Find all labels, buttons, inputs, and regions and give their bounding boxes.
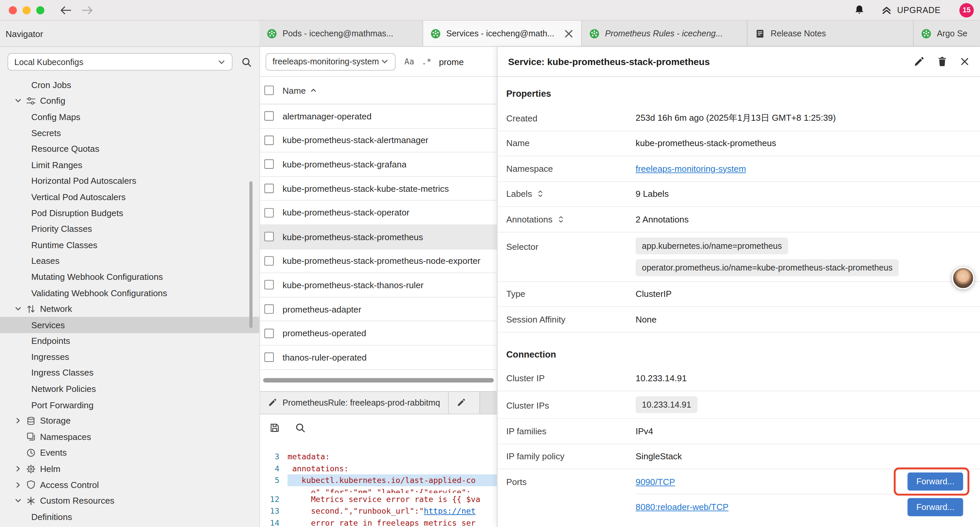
tab-services-icecheng-math[interactable]: Services - icecheng@math... [423, 21, 582, 46]
table-row-prometheus-adapter[interactable]: prometheus-adapter [260, 297, 497, 321]
port-forward-button[interactable]: Forward... [908, 498, 963, 516]
row-checkbox[interactable] [264, 256, 274, 266]
sidebar-item-network-policies[interactable]: Network Policies [0, 381, 259, 397]
sidebar-item-vertical-pod-autoscalers[interactable]: Vertical Pod Autoscalers [0, 189, 259, 205]
row-checkbox[interactable] [264, 208, 274, 217]
table-row-kube-prometheus-stack-alertmanager[interactable]: kube-prometheus-stack-alertmanager [260, 128, 497, 153]
details-label-text: IP family policy [506, 451, 565, 461]
table-row-kube-prometheus-stack-grafana[interactable]: kube-prometheus-stack-grafana [260, 153, 497, 177]
line-number: 12 [260, 493, 287, 505]
minimize-window-button[interactable] [22, 6, 30, 14]
notification-badge[interactable]: 15 [959, 3, 974, 17]
row-checkbox[interactable] [264, 353, 274, 362]
sidebar-item-cron-jobs[interactable]: Cron Jobs [0, 77, 259, 93]
sidebar-item-config-maps[interactable]: Config Maps [0, 109, 259, 125]
editor-search-icon[interactable] [295, 423, 305, 433]
sidebar-item-priority-classes[interactable]: Priority Classes [0, 221, 259, 237]
regex-toggle[interactable]: .* [422, 57, 431, 66]
horizontal-scrollbar[interactable] [260, 369, 497, 391]
select-all-checkbox[interactable] [264, 86, 274, 95]
port-link[interactable]: 9090/TCP [636, 477, 675, 487]
details-row-created: Created253d 16h 6m ago (2025年1月13日 GMT+8… [497, 106, 980, 131]
save-icon[interactable] [269, 423, 280, 433]
table-row-kube-prometheus-stack-kube-state-metrics[interactable]: kube-prometheus-stack-kube-state-metrics [260, 177, 497, 201]
row-checkbox[interactable] [264, 160, 274, 169]
back-icon[interactable] [59, 5, 72, 15]
dock-tab-prometheusrule-freeleaps-prod-rabbitmq[interactable]: PrometheusRule: freeleaps-prod-rabbitmq [260, 392, 449, 414]
details-label: Selector [506, 237, 636, 252]
sidebar-item-leases[interactable]: Leases [0, 253, 259, 269]
row-checkbox[interactable] [264, 232, 274, 242]
row-checkbox[interactable] [264, 328, 274, 338]
table-row-prometheus-operated[interactable]: prometheus-operated [260, 322, 497, 345]
sidebar-item-custom-resources[interactable]: Custom Resources [0, 493, 259, 509]
sidebar-item-port-forwarding[interactable]: Port Forwarding [0, 397, 259, 413]
sidebar-item-definitions[interactable]: Definitions [0, 509, 259, 525]
user-avatar[interactable] [952, 267, 974, 289]
scrollbar-thumb[interactable] [263, 378, 494, 382]
sidebar-item-events[interactable]: Events [0, 444, 259, 461]
edit-icon[interactable] [914, 56, 924, 67]
dock-tab-partial-1[interactable] [449, 392, 480, 414]
table-row-kube-prometheus-stack-operator[interactable]: kube-prometheus-stack-operator [260, 201, 497, 225]
expander-icon[interactable] [557, 215, 565, 223]
namespace-selector[interactable]: freeleaps-monitoring-system [266, 53, 396, 70]
tab-pods-icecheng-mathmas[interactable]: Pods - icecheng@mathmas... [259, 21, 423, 46]
tab-release-notes[interactable]: Release Notes [748, 21, 914, 46]
row-checkbox[interactable] [264, 184, 274, 193]
sidebar-item-namespaces[interactable]: Namespaces [0, 428, 259, 444]
kubeconfig-selector[interactable]: Local Kubeconfigs [7, 53, 232, 70]
match-case-toggle[interactable]: Aa [404, 57, 414, 66]
section-heading-connection: Connection [497, 332, 980, 366]
table-row-alertmanager-operated[interactable]: alertmanager-operated [260, 104, 497, 128]
close-tab-icon[interactable] [564, 29, 574, 38]
delete-icon[interactable] [937, 56, 948, 67]
sidebar-item-validating-webhook-configurations[interactable]: Validating Webhook Configurations [0, 285, 259, 301]
close-icon[interactable] [960, 57, 969, 66]
notifications-bell-icon[interactable] [854, 4, 865, 16]
sidebar-item-runtime-classes[interactable]: Runtime Classes [0, 237, 259, 253]
zoom-window-button[interactable] [37, 6, 45, 14]
sidebar-item-mutating-webhook-configurations[interactable]: Mutating Webhook Configurations [0, 269, 259, 285]
forward-icon[interactable] [81, 5, 94, 15]
row-checkbox[interactable] [264, 304, 274, 314]
sidebar-item-horizontal-pod-autoscalers[interactable]: Horizontal Pod Autoscalers [0, 173, 259, 189]
expander-icon[interactable] [537, 189, 544, 198]
upgrade-button[interactable]: UPGRADE [881, 5, 941, 15]
details-row-labels: Labels9 Labels [497, 182, 980, 207]
sidebar-item-access-control[interactable]: Access Control [0, 477, 259, 493]
row-checkbox[interactable] [264, 111, 274, 121]
details-value: 9 Labels [636, 189, 971, 199]
table-row-thanos-ruler-operated[interactable]: thanos-ruler-operated [260, 345, 497, 369]
sidebar-item-resource-quotas[interactable]: Resource Quotas [0, 141, 259, 157]
row-checkbox[interactable] [264, 280, 274, 290]
sidebar-scrollbar[interactable] [250, 181, 253, 328]
row-checkbox[interactable] [264, 135, 274, 145]
details-row-ip-family-policy: IP family policySingleStack [497, 444, 980, 469]
port-link[interactable]: 8080:reloader-web/TCP [636, 502, 729, 512]
namespace-link[interactable]: freeleaps-monitoring-system [636, 164, 746, 174]
tab-prometheus-rules-icecheng[interactable]: Prometheus Rules - icecheng... [582, 21, 748, 46]
sidebar-item-secrets[interactable]: Secrets [0, 125, 259, 141]
sidebar-item-ingress-classes[interactable]: Ingress Classes [0, 365, 259, 381]
sidebar-item-helm[interactable]: Helm [0, 461, 259, 477]
sidebar-item-pod-disruption-budgets[interactable]: Pod Disruption Budgets [0, 205, 259, 221]
sidebar-item-config[interactable]: Config [0, 93, 259, 109]
table-row-kube-prometheus-stack-prometheus[interactable]: kube-prometheus-stack-prometheus [260, 225, 497, 249]
table-row-kube-prometheus-stack-thanos-ruler[interactable]: kube-prometheus-stack-thanos-ruler [260, 273, 497, 297]
port-forward-button[interactable]: Forward... [908, 473, 963, 490]
name-column-header[interactable]: Name [283, 85, 317, 96]
sidebar-item-limit-ranges[interactable]: Limit Ranges [0, 157, 259, 173]
yaml-editor[interactable]: 3metadata:4annotations:5kubectl.kubernet… [260, 442, 497, 527]
sidebar-item-storage[interactable]: Storage [0, 413, 259, 429]
sidebar-item-ingresses[interactable]: Ingresses [0, 349, 259, 365]
sidebar-item-endpoints[interactable]: Endpoints [0, 333, 259, 349]
close-window-button[interactable] [9, 6, 17, 14]
sidebar-search-icon[interactable] [241, 57, 252, 67]
search-query[interactable]: prome [439, 57, 464, 67]
sidebar-item-network[interactable]: Network [0, 301, 259, 317]
sidebar-item-services[interactable]: Services [0, 317, 259, 333]
code-line-3: 3metadata: [260, 450, 497, 462]
table-row-kube-prometheus-stack-prometheus-node-exporter[interactable]: kube-prometheus-stack-prometheus-node-ex… [260, 249, 497, 273]
tab-argo-se[interactable]: Argo Se [914, 21, 980, 46]
